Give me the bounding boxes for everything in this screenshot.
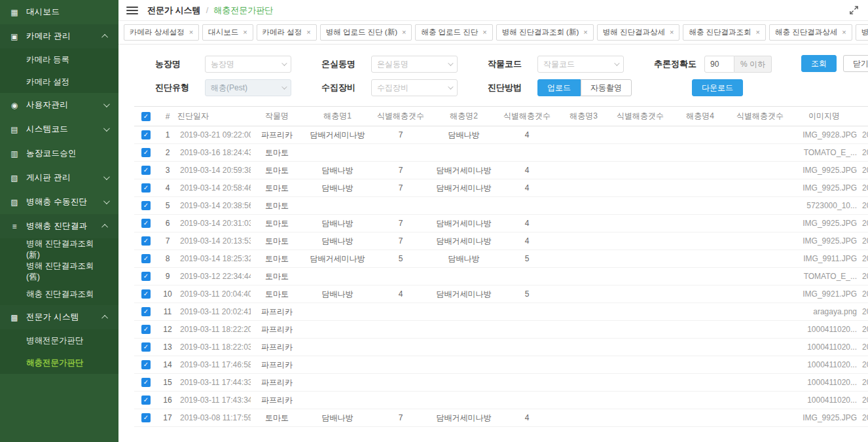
column-header[interactable]: 식별해충갯수 [372, 107, 429, 126]
column-header[interactable]: 식별해충갯수 [611, 107, 669, 126]
tab[interactable]: 해충 진단결과조회× [683, 24, 766, 41]
checkbox-checked[interactable]: ✓ [141, 378, 151, 387]
table-row[interactable]: ✓102019-03-11 20:04:40토마토담배나방4담배거세미나방5IM… [134, 285, 868, 303]
sidebar-subitem[interactable]: 카메라 설정 [0, 71, 118, 93]
checkbox-checked[interactable]: ✓ [141, 413, 151, 422]
fullscreen-icon[interactable] [849, 5, 859, 15]
tab[interactable]: 해충 업로드 진단× [415, 24, 492, 41]
sidebar-subitem[interactable]: 병해 진단결과조회 (新) [0, 238, 118, 261]
close-icon[interactable]: × [482, 29, 486, 36]
checkbox-checked[interactable]: ✓ [141, 360, 151, 369]
column-header[interactable]: # [158, 107, 177, 126]
tab[interactable]: 카메라 설정× [257, 24, 317, 41]
sidebar-subitem[interactable]: 카메라 등록 [0, 48, 118, 71]
column-header[interactable]: 진단일자 [177, 107, 251, 126]
column-header[interactable]: 해충명4 [669, 107, 731, 126]
column-header[interactable]: 이미지명 [789, 107, 859, 126]
crop-code-select[interactable]: 작물코드 [537, 56, 624, 73]
checkbox-checked[interactable]: ✓ [141, 396, 151, 405]
close-button[interactable]: 닫기 [843, 55, 868, 72]
table-row[interactable]: ✓122019-03-11 18:22:20파프리카1000411020...2… [134, 321, 868, 339]
table-row[interactable]: ✓112019-03-11 20:02:41파프리카aragaya.png201 [134, 303, 868, 321]
close-icon[interactable]: × [306, 29, 310, 36]
method-auto-button[interactable]: 자동촬영 [581, 79, 632, 96]
checkbox-checked[interactable]: ✓ [141, 236, 151, 246]
table-row[interactable]: ✓22019-03-16 18:24:43토마토TOMATO_E_...201 [134, 144, 868, 162]
table-row[interactable]: ✓62019-03-14 20:31:03토마토담배나방7담배거세미나방4IMG… [134, 215, 868, 232]
code-icon: ▤ [9, 125, 20, 134]
table-row[interactable]: ✓42019-03-14 20:58:46토마토담배나방7담배거세미나방4IMG… [134, 179, 868, 197]
tab[interactable]: 병해전문가판단× [856, 24, 868, 41]
table-row[interactable]: ✓92019-03-12 22:34:44토마토TOMATO_E_...201 [134, 268, 868, 285]
sidebar-item-farm-code-approval[interactable]: ▥농장코드승인 [0, 141, 118, 166]
download-button[interactable]: 다운로드 [692, 79, 743, 96]
sidebar-subitem[interactable]: 해충 진단결과조회 [0, 283, 118, 305]
filter-row-2: 진단유형 해충(Pest) 수집장비 수집장비 진단방법 업로드 자동촬영 다운… [155, 79, 868, 97]
close-icon[interactable]: × [243, 29, 247, 36]
close-icon[interactable]: × [756, 29, 760, 36]
checkbox-checked[interactable]: ✓ [141, 183, 151, 193]
table-cell: 파프리카 [251, 356, 303, 374]
tab[interactable]: 카메라 상세설정× [124, 24, 199, 41]
column-header[interactable]: 해충명1 [303, 107, 372, 126]
column-header[interactable]: 해충명2 [429, 107, 498, 126]
column-header[interactable] [859, 107, 868, 126]
device-select[interactable]: 수집장비 [371, 79, 458, 96]
checkbox-checked[interactable]: ✓ [141, 219, 151, 228]
tab[interactable]: 해충 진단결과상세× [769, 24, 852, 41]
sidebar-item-user-mgmt[interactable]: ◉사용자관리 [0, 93, 118, 117]
checkbox-checked[interactable]: ✓ [141, 307, 151, 316]
table-row[interactable]: ✓152019-03-11 17:44:33파프리카1000411020...2… [134, 374, 868, 392]
sidebar-item-board-mgmt[interactable]: ▧게시판 관리 [0, 166, 118, 190]
method-upload-button[interactable]: 업로드 [537, 79, 581, 96]
column-header[interactable]: 작물명 [251, 107, 303, 126]
table-row[interactable]: ✓162019-03-11 17:43:34파프리카1000411020...2… [134, 392, 868, 409]
close-icon[interactable]: × [583, 29, 587, 36]
column-header[interactable]: 식별해충갯수 [498, 107, 556, 126]
checkbox-checked[interactable]: ✓ [141, 342, 151, 352]
sidebar-subitem[interactable]: 해충전문가판단 [0, 352, 118, 374]
checkbox-checked[interactable]: ✓ [141, 130, 151, 139]
table-row[interactable]: ✓52019-03-14 20:38:56토마토5723000_10...201 [134, 197, 868, 215]
sidebar-item-expert-system[interactable]: ▩전문가 시스템 [0, 305, 118, 329]
table-row[interactable]: ✓72019-03-14 20:13:53토마토담배나방7담배거세미나방4IMG… [134, 232, 868, 250]
table-row[interactable]: ✓142019-03-11 17:46:58파프리카1000411020...2… [134, 356, 868, 374]
checkbox-checked[interactable]: ✓ [141, 148, 151, 157]
checkbox-checked[interactable]: ✓ [141, 272, 151, 281]
tab[interactable]: 병해 진단결과상세× [597, 24, 680, 41]
close-icon[interactable]: × [402, 29, 406, 36]
checkbox-checked[interactable]: ✓ [141, 289, 151, 299]
sidebar-item-pest-diag-result[interactable]: ≡병해충 진단결과 [0, 214, 118, 238]
table-row[interactable]: ✓172019-03-08 11:17:59토마토담배나방7담배거세미나방4IM… [134, 409, 868, 427]
farm-select[interactable]: 농장명 [205, 56, 291, 73]
menu-icon[interactable] [126, 7, 138, 14]
diag-type-select[interactable]: 해충(Pest) [205, 79, 291, 96]
accuracy-input[interactable] [704, 56, 734, 73]
checkbox-checked[interactable]: ✓ [141, 325, 151, 334]
checkbox-checked[interactable]: ✓ [141, 254, 151, 263]
tab[interactable]: 병해 진단결과조회 (新)× [496, 24, 594, 41]
checkbox-checked[interactable]: ✓ [141, 112, 151, 121]
table-row[interactable]: ✓32019-03-14 20:59:38토마토담배나방7담배거세미나방4IMG… [134, 162, 868, 179]
sidebar-item-pest-manual-diag[interactable]: ▨병해충 수동진단 [0, 190, 118, 214]
sidebar-subitem[interactable]: 병해전문가판단 [0, 329, 118, 352]
checkbox-checked[interactable]: ✓ [141, 166, 151, 175]
sidebar-subitem[interactable]: 병해 진단결과조회 (舊) [0, 261, 118, 283]
sidebar-item-system-code[interactable]: ▤시스템코드 [0, 117, 118, 141]
close-icon[interactable]: × [842, 29, 846, 36]
inquiry-button[interactable]: 조회 [801, 55, 837, 72]
greenhouse-select[interactable]: 온실동명 [371, 56, 458, 73]
tab[interactable]: 대시보드× [202, 24, 253, 41]
tab[interactable]: 병해 업로드 진단 (新)× [320, 24, 412, 41]
sidebar-item-dashboard[interactable]: ▦대시보드 [0, 0, 118, 24]
checkbox-checked[interactable]: ✓ [141, 201, 151, 210]
close-icon[interactable]: × [670, 29, 674, 36]
table-row[interactable]: ✓12019-03-21 09:22:00파프리카담배거세미나방7담배나방4IM… [134, 126, 868, 144]
close-icon[interactable]: × [189, 29, 193, 36]
breadcrumb-root[interactable]: 전문가 시스템 [147, 5, 201, 16]
sidebar-item-camera-mgmt[interactable]: ▣카메라 관리 [0, 24, 118, 48]
table-row[interactable]: ✓82019-03-14 18:25:32토마토담배거세미나방5담배나방5IMG… [134, 250, 868, 268]
column-header[interactable]: 해충명3 [556, 107, 611, 126]
column-header[interactable]: 식별해충갯수 [731, 107, 789, 126]
table-row[interactable]: ✓132019-03-11 18:22:03파프리카1000411020...2… [134, 339, 868, 356]
